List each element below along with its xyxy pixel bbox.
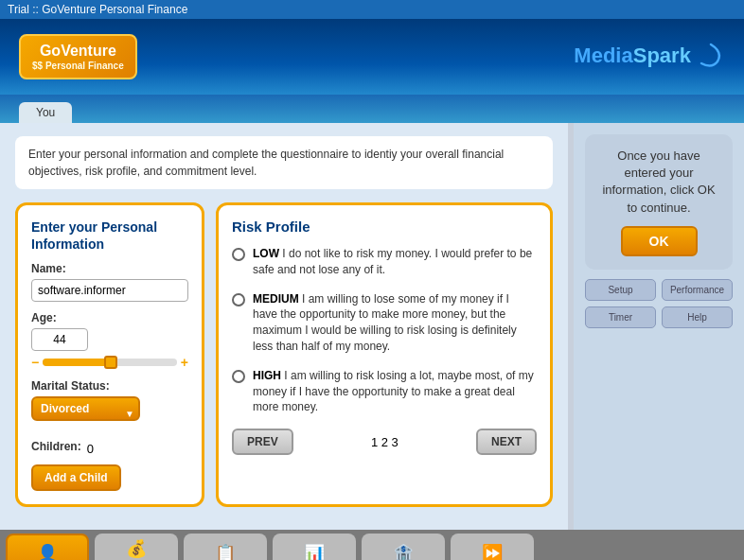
- nav-icon-investments: 📊: [304, 545, 325, 560]
- logo-line1: GoVenture: [32, 42, 124, 60]
- risk-desc-high: I am willing to risk losing a lot, maybe…: [253, 369, 534, 414]
- risk-text-high: HIGH I am willing to risk losing a lot, …: [253, 368, 537, 415]
- name-input[interactable]: [31, 279, 188, 302]
- nav-icon-cash: 💰: [126, 540, 147, 557]
- forms-row: Enter your Personal Information Name: Ag…: [15, 202, 553, 507]
- age-slider-row: − +: [31, 355, 188, 370]
- mediaspark-text: MediaSpark: [574, 44, 691, 67]
- personal-info-title: Enter your Personal Information: [31, 219, 188, 253]
- age-slider-fill: [43, 359, 110, 366]
- children-value: 0: [87, 442, 94, 456]
- children-row: Children: 0: [31, 440, 188, 457]
- risk-desc-low: I do not like to risk my money. I would …: [253, 247, 532, 276]
- risk-profile-box: Risk Profile LOW I do not like to risk m…: [216, 202, 553, 507]
- age-slider-thumb[interactable]: [104, 356, 117, 369]
- risk-option-high: HIGH I am willing to risk losing a lot, …: [232, 368, 537, 415]
- age-slider-track[interactable]: [43, 359, 177, 366]
- next-button[interactable]: NEXT: [476, 429, 537, 455]
- content-area: Enter your personal information and comp…: [0, 123, 744, 530]
- ok-text: Once you have entered your information, …: [596, 148, 721, 217]
- bottom-nav: 👤 Your Life 💰 Cash, Assets & Liabilities…: [0, 530, 744, 560]
- marital-select-wrapper: Single Married Divorced Widowed ▼: [31, 396, 140, 430]
- children-label: Children:: [31, 440, 81, 453]
- logo-area: GoVenture $$ Personal Finance: [19, 34, 137, 79]
- ok-button[interactable]: OK: [621, 226, 698, 256]
- tab-you[interactable]: You: [19, 102, 72, 123]
- nav-icon-time-advance: ⏩: [482, 545, 503, 560]
- nav-item-cash[interactable]: 💰 Cash, Assets & Liabilities: [95, 534, 178, 560]
- risk-radio-medium[interactable]: [232, 293, 245, 306]
- logo-line2: $$ Personal Finance: [32, 61, 124, 72]
- nav-item-investments[interactable]: 📊 Investments: [273, 534, 356, 560]
- personal-info-box: Enter your Personal Information Name: Ag…: [15, 202, 204, 507]
- marital-label: Marital Status:: [31, 379, 188, 393]
- prev-button[interactable]: PREV: [232, 429, 293, 455]
- risk-option-medium: MEDIUM I am willing to lose some of my m…: [232, 291, 537, 355]
- nav-item-economy[interactable]: 🏦 Economy: [362, 534, 445, 560]
- risk-radio-high[interactable]: [232, 370, 245, 383]
- right-sidebar: Once you have entered your information, …: [574, 123, 744, 530]
- risk-option-low: LOW I do not like to risk my money. I wo…: [232, 246, 537, 278]
- nav-item-income[interactable]: 📋 Income & Expenses: [184, 534, 267, 560]
- performance-button[interactable]: Performance: [662, 279, 733, 301]
- tab-area: You: [0, 95, 744, 123]
- nav-item-time-advance[interactable]: ⏩ Time Advance: [451, 534, 534, 560]
- help-button[interactable]: Help: [662, 306, 733, 328]
- setup-button[interactable]: Setup: [585, 279, 656, 301]
- risk-profile-title: Risk Profile: [232, 219, 537, 235]
- left-panel: Enter your personal information and comp…: [0, 123, 568, 530]
- page-numbers: 1 2 3: [371, 435, 399, 449]
- nav-icon-economy: 🏦: [393, 545, 414, 560]
- pagination-row: PREV 1 2 3 NEXT: [232, 429, 537, 455]
- risk-text-low: LOW I do not like to risk my money. I wo…: [253, 246, 537, 278]
- add-child-button[interactable]: Add a Child: [31, 464, 121, 491]
- description-text: Enter your personal information and comp…: [28, 148, 504, 178]
- nav-item-your-life[interactable]: 👤 Your Life: [6, 534, 89, 560]
- description-box: Enter your personal information and comp…: [15, 136, 553, 189]
- risk-radio-low[interactable]: [232, 248, 245, 261]
- mediaspark-logo: MediaSpark: [574, 43, 725, 71]
- risk-level-low: LOW: [253, 247, 279, 260]
- mediaspark-swirl: [697, 43, 725, 71]
- main-header: GoVenture $$ Personal Finance MediaSpark: [0, 19, 744, 95]
- age-slider-plus[interactable]: +: [181, 355, 188, 370]
- nav-icon-income: 📋: [215, 545, 236, 560]
- ok-box: Once you have entered your information, …: [585, 134, 733, 270]
- goventure-logo: GoVenture $$ Personal Finance: [19, 34, 137, 79]
- nav-icon-your-life: 👤: [37, 545, 58, 560]
- name-label: Name:: [31, 262, 188, 275]
- marital-select[interactable]: Single Married Divorced Widowed: [31, 396, 140, 421]
- title-text: Trial :: GoVenture Personal Finance: [8, 3, 187, 16]
- age-label: Age:: [31, 311, 188, 324]
- sidebar-buttons: Setup Performance Timer Help: [585, 279, 733, 328]
- risk-text-medium: MEDIUM I am willing to lose some of my m…: [253, 291, 537, 355]
- title-bar: Trial :: GoVenture Personal Finance: [0, 0, 744, 19]
- risk-level-medium: MEDIUM: [253, 292, 299, 306]
- age-slider-minus[interactable]: −: [31, 355, 39, 370]
- age-input[interactable]: [31, 328, 88, 351]
- timer-button[interactable]: Timer: [585, 306, 656, 328]
- risk-level-high: HIGH: [253, 369, 281, 382]
